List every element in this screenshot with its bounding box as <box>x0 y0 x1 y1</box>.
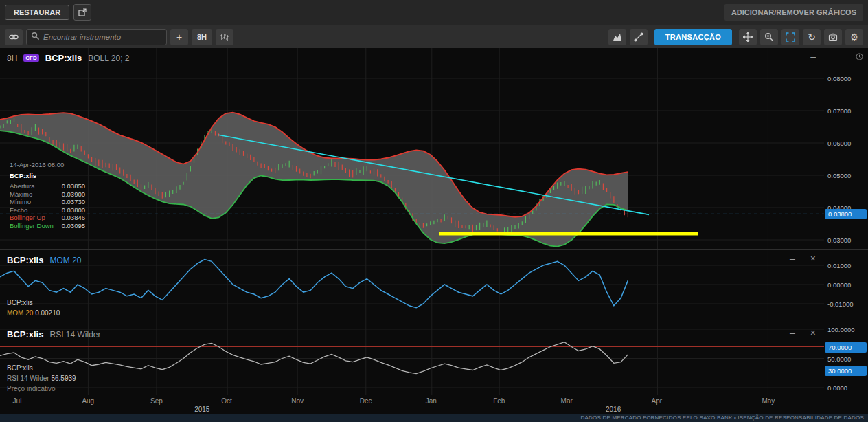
time-axis-month: Feb <box>493 397 505 405</box>
price-chart-pane: 8H CFD BCP:xlis BOLL 20; 2 14-Apr-2016 0… <box>0 48 868 249</box>
interval-button[interactable]: 8H <box>192 29 212 45</box>
plus-icon: + <box>176 32 182 42</box>
momentum-axis-tick: 0.01000 <box>827 262 851 269</box>
collapse-momentum-pane-button[interactable]: – <box>787 252 798 265</box>
area-chart-icon <box>613 32 622 42</box>
rsi-indicator-label: RSI 14 Wilder <box>49 330 100 340</box>
close-momentum-pane-button[interactable]: × <box>808 252 819 265</box>
rsi-level-badge: 70.0000 <box>825 342 867 353</box>
momentum-pane: BCP:xlis MOM 20 BCP:xlis MOM 20 0.00210 … <box>0 249 868 324</box>
transaction-button[interactable]: TRANSACÇÃO <box>654 29 732 45</box>
price-chart-canvas[interactable]: 8H CFD BCP:xlis BOLL 20; 2 14-Apr-2016 0… <box>0 48 824 249</box>
rsi-chart-canvas[interactable]: BCP:xlis RSI 14 Wilder BCP:xlis RSI 14 W… <box>0 324 824 395</box>
close-rsi-pane-button[interactable]: × <box>808 326 819 339</box>
trend-line-icon <box>634 32 643 42</box>
momentum-header: BCP:xlis MOM 20 <box>7 255 81 265</box>
chart-type-button[interactable] <box>608 29 626 45</box>
add-instrument-button[interactable]: + <box>170 29 188 45</box>
collapse-rsi-pane-button[interactable]: – <box>787 326 798 339</box>
trading-platform-window: RESTAURAR ADICIONAR/REMOVER GRÁFICOS <box>0 0 868 422</box>
chart-toolbar: + 8H <box>0 25 868 48</box>
symbol-title: BCP:xlis <box>45 53 82 63</box>
tooltip-row: Fecho0.03800 <box>10 206 85 214</box>
restore-button[interactable]: RESTAURAR <box>5 5 69 20</box>
time-axis-month: Dec <box>360 397 372 405</box>
search-icon <box>31 31 40 43</box>
rsi-level-badge: 30.0000 <box>825 366 867 376</box>
momentum-axis[interactable]: 0.010000.00000-0.01000 <box>824 250 868 324</box>
chart-style-button[interactable] <box>216 29 233 45</box>
statusbar: DADOS DE MERCADO FORNECIDOS PELO SAXO BA… <box>0 414 868 422</box>
time-axis-month: Jul <box>13 397 22 405</box>
time-axis-month: Oct <box>221 397 232 405</box>
time-axis-month: Apr <box>652 397 663 405</box>
topbar: RESTAURAR ADICIONAR/REMOVER GRÁFICOS <box>0 0 868 25</box>
rsi-pane-buttons: – × <box>787 326 819 339</box>
momentum-indicator-label: MOM 20 <box>49 256 81 265</box>
time-axis-month: Aug <box>82 397 94 405</box>
time-axis-month: Nov <box>291 397 304 405</box>
settings-button[interactable]: ⚙ <box>845 29 863 45</box>
momentum-legend: BCP:xlis MOM 20 0.00210 <box>7 298 60 318</box>
tooltip-row: Abertura0.03850 <box>10 182 85 190</box>
price-axis-tick: 0.03000 <box>827 236 851 244</box>
refresh-icon: ↻ <box>808 32 816 42</box>
clock-icon <box>856 53 863 62</box>
crosshair-button[interactable] <box>739 29 757 45</box>
rsi-legend: BCP:xlis RSI 14 Wilder 56.5939 Preço ind… <box>7 363 76 394</box>
market-data-disclaimer: DADOS DE MERCADO FORNECIDOS PELO SAXO BA… <box>581 414 864 421</box>
tooltip-row: Bollinger Down0.03095 <box>10 222 85 230</box>
momentum-legend-symbol: BCP:xlis <box>7 298 60 308</box>
momentum-legend-value: 0.00210 <box>35 309 60 317</box>
momentum-chart-canvas[interactable]: BCP:xlis MOM 20 BCP:xlis MOM 20 0.00210 … <box>0 250 824 324</box>
rsi-axis[interactable]: 100.000070.000050.000030.00000.0000 <box>824 324 868 395</box>
ohlc-tooltip: 14-Apr-2016 08:00 BCP:xlis Abertura0.038… <box>10 161 85 230</box>
price-axis-tick: 0.05000 <box>827 172 851 179</box>
collapse-price-pane-button[interactable]: – <box>808 50 819 63</box>
time-axis-month: Sep <box>150 397 163 405</box>
fit-chart-button[interactable] <box>781 29 799 45</box>
zoom-in-button[interactable] <box>760 29 778 45</box>
link-instrument-button[interactable] <box>5 29 23 45</box>
momentum-legend-indicator: MOM 20 <box>7 309 33 317</box>
time-axis[interactable]: JulAugSepOctNovDecJanFebMarAprMay2015201… <box>0 395 868 414</box>
time-axis-month: Jan <box>426 397 437 405</box>
add-remove-charts-button[interactable]: ADICIONAR/REMOVER GRÁFICOS <box>724 4 863 21</box>
momentum-legend-row: MOM 20 0.00210 <box>7 308 60 318</box>
tooltip-row: Mínimo0.03730 <box>10 198 85 206</box>
tooltip-rows: Abertura0.03850Máximo0.03900Mínimo0.0373… <box>10 182 85 230</box>
rsi-legend-row: RSI 14 Wilder 56.5939 <box>7 373 76 384</box>
refresh-button[interactable]: ↻ <box>803 29 821 45</box>
popout-icon <box>78 8 87 16</box>
rsi-legend-value: 56.5939 <box>51 375 76 382</box>
screenshot-button[interactable] <box>824 29 842 45</box>
zoom-in-icon <box>764 32 774 42</box>
time-axis-month: May <box>762 397 775 405</box>
indicative-price-note: Preço indicativo <box>7 384 76 394</box>
move-crosshair-icon <box>743 32 753 42</box>
toolbar-right-group: TRANSACÇÃO <box>608 29 863 45</box>
last-price-badge: 0.03800 <box>825 209 867 219</box>
time-axis-year: 2016 <box>606 406 621 413</box>
rsi-legend-indicator: RSI 14 Wilder <box>7 375 49 382</box>
price-pane-buttons: – <box>808 50 819 63</box>
price-axis[interactable]: 0.080000.070000.060000.050000.040000.030… <box>824 48 868 249</box>
fit-screen-icon <box>786 32 795 42</box>
price-axis-tick: 0.07000 <box>827 107 851 115</box>
link-icon <box>9 32 19 42</box>
momentum-symbol: BCP:xlis <box>7 255 43 265</box>
time-axis-month: Mar <box>561 397 573 405</box>
cfd-badge: CFD <box>23 54 38 62</box>
tooltip-row: Bollinger Up0.03846 <box>10 214 85 222</box>
drawing-tools-button[interactable] <box>630 29 648 45</box>
price-chart-header: 8H CFD BCP:xlis BOLL 20; 2 <box>7 53 130 63</box>
popout-window-button[interactable] <box>73 4 91 21</box>
tooltip-date: 14-Apr-2016 08:00 <box>10 161 85 169</box>
interval-label: 8H <box>7 54 17 63</box>
tooltip-row: Máximo0.03900 <box>10 190 85 199</box>
search-input[interactable] <box>43 33 162 41</box>
momentum-axis-tick: 0.00000 <box>827 281 851 289</box>
momentum-pane-buttons: – × <box>787 252 819 265</box>
camera-icon <box>828 32 838 42</box>
rsi-legend-symbol: BCP:xlis <box>7 363 76 373</box>
